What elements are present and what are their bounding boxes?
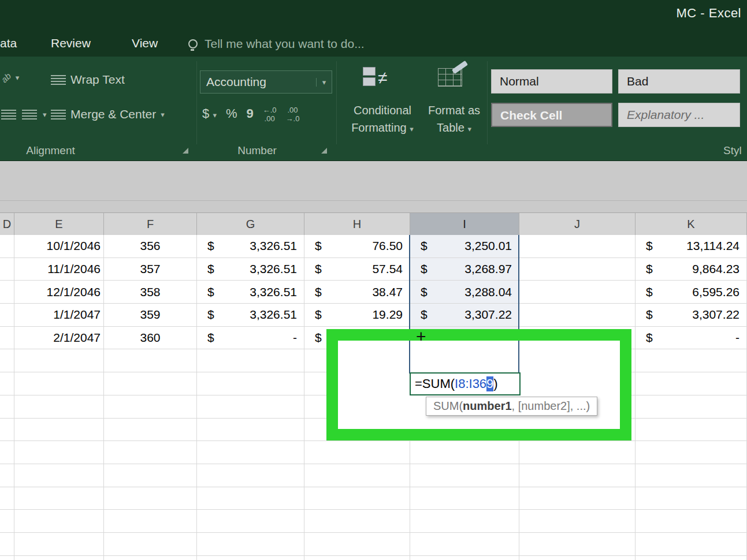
cell[interactable]: $3,307.22 <box>635 304 747 326</box>
indent-buttons[interactable]: ▾ <box>1 110 47 120</box>
cell[interactable]: 2/1/2047 <box>14 327 104 349</box>
cell[interactable] <box>410 533 519 555</box>
style-chip-check-cell[interactable]: Check Cell <box>491 103 612 127</box>
column-header-G[interactable]: G <box>197 213 304 235</box>
cell[interactable]: $9,864.23 <box>635 258 747 281</box>
comma-style-button[interactable]: 9 <box>246 106 253 121</box>
cell[interactable] <box>0 441 14 464</box>
cell[interactable] <box>14 510 104 532</box>
cell[interactable] <box>410 510 519 532</box>
cell[interactable] <box>104 372 197 395</box>
cell[interactable]: $3,250.01 <box>410 235 519 257</box>
cell[interactable]: $13,114.24 <box>635 235 747 257</box>
cell[interactable] <box>0 235 14 257</box>
number-format-dropdown[interactable]: Accounting ▾ <box>200 70 332 94</box>
cell[interactable]: 10/1/2046 <box>14 235 104 257</box>
cell[interactable] <box>519 487 635 510</box>
cell[interactable]: 360 <box>104 327 197 349</box>
cell[interactable]: 359 <box>104 304 197 326</box>
cell[interactable] <box>0 349 14 372</box>
tell-me-box[interactable]: Tell me what you want to do... <box>205 37 365 51</box>
cell[interactable] <box>0 304 14 326</box>
cell[interactable]: $6,595.26 <box>635 281 747 303</box>
cell[interactable] <box>635 372 747 395</box>
cell[interactable] <box>519 464 635 487</box>
cell[interactable] <box>14 395 104 418</box>
cell[interactable]: $- <box>197 327 304 349</box>
currency-format-button[interactable]: $ ▾ <box>202 106 217 121</box>
cell[interactable] <box>0 487 14 510</box>
cell[interactable] <box>197 419 304 441</box>
cell[interactable] <box>14 533 104 555</box>
format-as-table-label-1[interactable]: Format as <box>419 104 489 117</box>
cell[interactable] <box>519 304 635 326</box>
cell[interactable] <box>14 441 104 464</box>
cell[interactable] <box>0 533 14 555</box>
cell[interactable]: $3,326.51 <box>197 258 304 281</box>
cell[interactable] <box>14 464 104 487</box>
decrease-decimal-button[interactable]: .00 →.0 <box>286 106 300 124</box>
column-header-H[interactable]: H <box>304 213 410 235</box>
cell[interactable] <box>197 533 304 555</box>
cell[interactable] <box>104 395 197 418</box>
column-header-I[interactable]: I <box>410 213 519 235</box>
cell[interactable] <box>197 464 304 487</box>
orientation-button[interactable]: ab ▾ <box>1 73 19 83</box>
cell[interactable] <box>0 556 14 560</box>
cell[interactable]: 357 <box>104 258 197 281</box>
cell[interactable] <box>0 395 14 418</box>
cell[interactable] <box>197 556 304 560</box>
cell[interactable]: $3,326.51 <box>197 235 304 257</box>
cell[interactable] <box>304 487 410 510</box>
cell[interactable] <box>104 419 197 441</box>
cell[interactable]: 358 <box>104 281 197 303</box>
cell[interactable] <box>519 235 635 257</box>
tab-review[interactable]: Review <box>51 36 91 50</box>
cell[interactable] <box>0 258 14 281</box>
cell[interactable] <box>104 464 197 487</box>
cell[interactable] <box>519 556 635 560</box>
cell[interactable]: 12/1/2046 <box>14 281 104 303</box>
tab-view[interactable]: View <box>132 36 158 50</box>
cell[interactable] <box>519 441 635 464</box>
cell[interactable] <box>14 349 104 372</box>
column-header-F[interactable]: F <box>104 213 197 235</box>
cell[interactable] <box>304 464 410 487</box>
cell[interactable]: $38.47 <box>304 281 410 303</box>
cell[interactable] <box>304 556 410 560</box>
cell[interactable] <box>0 464 14 487</box>
column-header-K[interactable]: K <box>635 213 747 235</box>
percent-format-button[interactable]: % <box>226 106 237 121</box>
column-header-J[interactable]: J <box>519 213 635 235</box>
cell[interactable] <box>14 556 104 560</box>
cell[interactable] <box>410 556 519 560</box>
formula-edit-cell[interactable]: =SUM(I8:I369) <box>410 372 521 395</box>
cell[interactable] <box>197 441 304 464</box>
cell[interactable] <box>519 258 635 281</box>
cell[interactable]: 1/1/2047 <box>14 304 104 326</box>
cell[interactable]: $57.54 <box>304 258 410 281</box>
cell[interactable] <box>14 372 104 395</box>
cell[interactable] <box>635 441 747 464</box>
column-header-E[interactable]: E <box>14 213 104 235</box>
cell[interactable]: $3,326.51 <box>197 304 304 326</box>
cell[interactable]: 11/1/2046 <box>14 258 104 281</box>
cell[interactable] <box>0 281 14 303</box>
alignment-dialog-launcher-icon[interactable] <box>183 148 188 154</box>
cell[interactable] <box>104 441 197 464</box>
number-dialog-launcher-icon[interactable] <box>321 148 327 154</box>
style-chip-explanatory[interactable]: Explanatory ... <box>618 103 740 127</box>
cell[interactable] <box>104 510 197 532</box>
cell[interactable] <box>14 419 104 441</box>
cell[interactable] <box>197 510 304 532</box>
cell[interactable] <box>104 533 197 555</box>
cell[interactable] <box>197 349 304 372</box>
tab-data[interactable]: ata <box>0 36 17 50</box>
conditional-formatting-label-1[interactable]: Conditional <box>342 104 423 117</box>
cell[interactable] <box>519 281 635 303</box>
cell[interactable] <box>519 533 635 555</box>
cell[interactable] <box>635 395 747 418</box>
cell[interactable] <box>104 487 197 510</box>
cell[interactable]: $3,268.97 <box>410 258 519 281</box>
cell[interactable]: $3,307.22 <box>410 304 519 326</box>
